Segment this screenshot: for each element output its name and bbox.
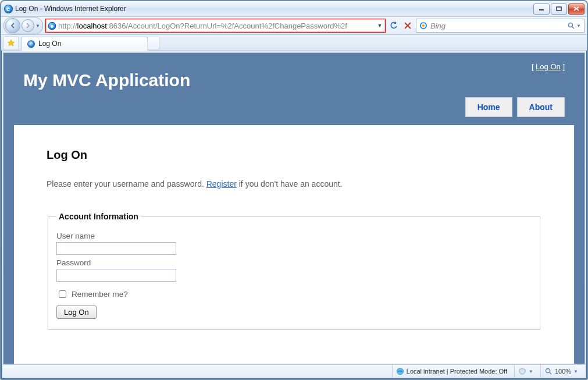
ie-logo-icon <box>3 4 13 13</box>
instruction-pre: Please enter your username and password. <box>47 179 206 189</box>
fieldset-legend: Account Information <box>56 212 141 221</box>
status-bar: Local intranet | Protected Mode: Off ▼ 1… <box>3 364 585 378</box>
url-text: http://localhost:8636/Account/LogOn?Retu… <box>58 22 376 30</box>
remember-row: Remember me? <box>56 289 532 300</box>
browser-window: Log On - Windows Internet Explorer ▼ <box>0 0 588 380</box>
address-dropdown[interactable]: ▼ <box>376 23 384 29</box>
logon-link-area: [ Log On ] <box>532 62 565 71</box>
address-bar[interactable]: http://localhost:8636/Account/LogOn?Retu… <box>45 19 386 33</box>
page-body: [ Log On ] My MVC Application Home About… <box>3 53 585 364</box>
logon-link[interactable]: Log On <box>536 62 561 71</box>
chevron-down-icon: ▼ <box>573 369 578 374</box>
window-title: Log On - Windows Internet Explorer <box>15 5 533 13</box>
svg-point-11 <box>546 369 550 373</box>
remember-label: Remember me? <box>72 290 128 299</box>
shield-icon <box>518 367 526 375</box>
url-prefix: http:// <box>58 22 77 30</box>
page-viewport: [ Log On ] My MVC Application Home About… <box>3 52 585 364</box>
password-label: Password <box>56 258 532 267</box>
account-fieldset: Account Information User name Password R… <box>48 212 540 330</box>
content-card: Log On Please enter your username and pa… <box>14 125 574 364</box>
username-input[interactable] <box>56 242 176 255</box>
zone-icon <box>396 367 404 375</box>
back-button[interactable] <box>5 18 20 33</box>
instruction-post: if you don't have an account. <box>237 179 343 189</box>
refresh-button[interactable] <box>388 20 400 31</box>
svg-point-8 <box>569 23 573 27</box>
close-button[interactable] <box>568 3 585 15</box>
nav-back-forward: ▼ <box>3 17 43 34</box>
url-rest: :8636/Account/LogOn?ReturnUrl=%2fAccount… <box>107 22 347 30</box>
minimize-button[interactable] <box>533 3 550 15</box>
zoom-control[interactable]: 100% ▼ <box>540 365 582 378</box>
svg-line-12 <box>550 372 551 374</box>
register-link[interactable]: Register <box>206 179 237 189</box>
zoom-icon <box>544 367 553 375</box>
svg-rect-1 <box>557 7 561 10</box>
app-title: My MVC Application <box>23 70 565 90</box>
search-dropdown[interactable]: ▼ <box>576 23 582 29</box>
username-label: User name <box>56 232 532 240</box>
recent-pages-dropdown[interactable]: ▼ <box>34 23 41 29</box>
logon-submit-button[interactable]: Log On <box>56 306 97 319</box>
page-icon <box>47 21 56 30</box>
svg-point-7 <box>422 24 425 27</box>
tab-label: Log On <box>38 40 61 48</box>
nav-home[interactable]: Home <box>465 97 512 117</box>
zoom-value: 100% <box>555 368 571 375</box>
remember-checkbox[interactable] <box>59 290 66 298</box>
favorites-button[interactable] <box>3 36 19 50</box>
new-tab-button[interactable] <box>147 37 160 49</box>
password-input[interactable] <box>56 269 176 282</box>
security-zone[interactable]: Local intranet | Protected Mode: Off <box>392 365 511 378</box>
search-go-icon[interactable] <box>566 22 576 29</box>
window-controls <box>533 3 585 15</box>
bing-icon <box>419 21 428 30</box>
nav-about[interactable]: About <box>517 97 565 117</box>
page-heading: Log On <box>47 148 541 162</box>
tab-logon[interactable]: Log On <box>21 37 148 51</box>
titlebar: Log On - Windows Internet Explorer <box>1 1 587 17</box>
page-header: [ Log On ] My MVC Application Home About <box>9 59 579 90</box>
zone-text: Local intranet | Protected Mode: Off <box>407 368 507 375</box>
svg-line-9 <box>572 27 574 29</box>
bracket-close: ] <box>561 62 565 71</box>
url-host: localhost <box>77 22 107 30</box>
search-box[interactable]: Bing ▼ <box>416 19 585 33</box>
nav-tabs: Home About <box>465 97 565 117</box>
navigation-bar: ▼ http://localhost:8636/Account/LogOn?Re… <box>1 17 587 35</box>
forward-button[interactable] <box>22 19 34 32</box>
stop-button[interactable] <box>402 20 414 31</box>
tab-page-icon <box>26 39 35 48</box>
security-settings[interactable]: ▼ <box>514 365 537 378</box>
tab-strip: Log On <box>1 35 587 51</box>
instruction-text: Please enter your username and password.… <box>47 179 541 189</box>
maximize-button[interactable] <box>551 3 567 15</box>
search-placeholder: Bing <box>430 22 566 30</box>
chevron-down-icon: ▼ <box>529 369 533 374</box>
